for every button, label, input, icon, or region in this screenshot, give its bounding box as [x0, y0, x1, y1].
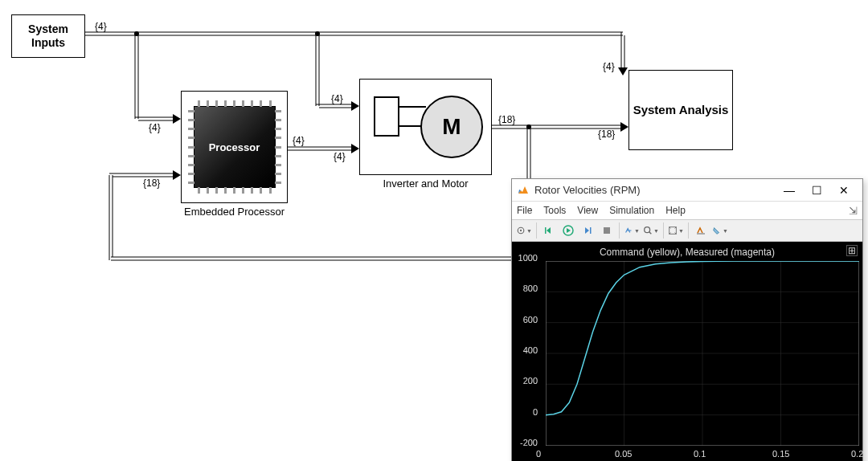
svg-rect-42: [590, 227, 592, 234]
system-inputs-label: System Inputs: [12, 22, 84, 50]
signal-dim: {18}: [598, 129, 615, 140]
scope-window[interactable]: Rotor Velocities (RPM) — ☐ ✕ File Tools …: [511, 178, 863, 461]
svg-text:M: M: [442, 114, 461, 139]
signal-dim: {4}: [95, 21, 107, 32]
scope-menubar: File Tools View Simulation Help ⇲: [512, 202, 862, 219]
inverter-motor-caption: Inverter and Motor: [359, 177, 492, 190]
dock-icon[interactable]: ⇲: [849, 205, 858, 217]
svg-marker-14: [351, 101, 359, 111]
scope-plot-area: ⊞ Command (yellow), Measured (magenta) -…: [512, 242, 862, 461]
signal-dim: {18}: [498, 114, 515, 125]
svg-point-31: [315, 31, 320, 36]
signal-dim: {18}: [143, 177, 160, 189]
scope-chart: [546, 261, 859, 446]
svg-marker-17: [351, 144, 359, 153]
menu-file[interactable]: File: [517, 205, 532, 216]
svg-marker-9: [173, 114, 181, 124]
processor-text: Processor: [209, 141, 260, 153]
stop-icon[interactable]: [598, 222, 616, 239]
svg-line-45: [649, 232, 652, 235]
svg-rect-43: [604, 227, 610, 234]
step-back-icon[interactable]: [540, 222, 558, 239]
signal-dim: {4}: [331, 93, 343, 104]
svg-marker-29: [173, 170, 181, 180]
system-analysis-label: System Analysis: [633, 103, 729, 118]
settings-icon[interactable]: ▼: [515, 222, 533, 239]
step-forward-icon[interactable]: [579, 222, 596, 239]
svg-marker-20: [620, 122, 628, 132]
highlight-icon[interactable]: ▼: [711, 222, 729, 239]
scope-title: Rotor Velocities (RPM): [534, 184, 776, 196]
svg-point-44: [645, 227, 650, 233]
motor-icon: M: [362, 83, 490, 171]
processor-chip-icon: Processor: [194, 106, 276, 188]
run-icon[interactable]: [559, 222, 577, 239]
cursor-icon[interactable]: [692, 222, 710, 239]
autoscale-icon[interactable]: ▼: [667, 222, 685, 239]
menu-simulation[interactable]: Simulation: [609, 205, 654, 216]
svg-rect-40: [545, 227, 547, 234]
close-button[interactable]: ✕: [830, 181, 858, 200]
scope-toolbar: ▼ ▼ ▼ ▼ ▼: [512, 219, 862, 242]
signal-dim: {4}: [293, 135, 305, 146]
menu-tools[interactable]: Tools: [543, 205, 566, 216]
embedded-processor-block[interactable]: Processor: [181, 91, 288, 203]
scope-titlebar[interactable]: Rotor Velocities (RPM) — ☐ ✕: [512, 179, 862, 202]
signal-dim: {4}: [149, 122, 161, 133]
minimize-button[interactable]: —: [776, 181, 803, 200]
embedded-processor-caption: Embedded Processor: [181, 206, 288, 218]
plot-title: Command (yellow), Measured (magenta): [515, 245, 859, 261]
svg-point-39: [520, 230, 522, 231]
svg-rect-33: [375, 97, 399, 136]
svg-point-32: [526, 124, 531, 129]
menu-help[interactable]: Help: [665, 205, 686, 216]
inverter-motor-block[interactable]: M: [359, 79, 492, 175]
svg-point-30: [134, 31, 139, 36]
system-inputs-block[interactable]: System Inputs: [11, 14, 85, 58]
maximize-button[interactable]: ☐: [803, 181, 830, 200]
maximize-axes-icon[interactable]: ⊞: [846, 245, 858, 256]
trigger-icon[interactable]: ▼: [623, 222, 641, 239]
signal-dim: {4}: [334, 151, 346, 162]
system-analysis-block[interactable]: System Analysis: [628, 70, 733, 150]
signal-dim: {4}: [603, 61, 615, 72]
zoom-icon[interactable]: ▼: [642, 222, 660, 239]
matlab-icon: [517, 184, 530, 197]
menu-view[interactable]: View: [577, 205, 598, 216]
svg-marker-4: [618, 67, 628, 75]
